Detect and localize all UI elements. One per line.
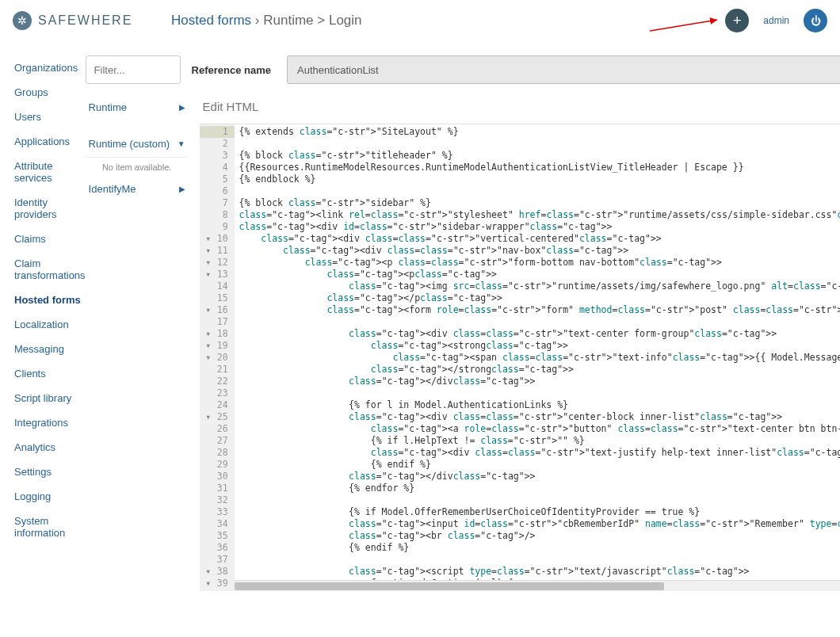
sidebar-item-script-library[interactable]: Script library (14, 386, 86, 410)
sidebar-item-analytics[interactable]: Analytics (14, 435, 86, 460)
tree-item-identifyme[interactable]: IdentifyMe▶ (86, 177, 189, 202)
gutter: 1 2 3 4 5 6 7 8 9 ▾ 10 ▾ 11 ▾ 12 ▾ 13 14… (200, 124, 235, 591)
breadcrumb-leaf: Login (329, 13, 362, 28)
form-tree: Runtime▶ Runtime (custom)▼ No item avail… (86, 95, 189, 591)
breadcrumb-mid: Runtime (263, 13, 313, 28)
power-icon: ⏻ (811, 15, 821, 27)
reference-name-field[interactable]: AuthenticationList (287, 55, 840, 84)
caret-down-icon: ▼ (178, 139, 185, 148)
plus-icon: + (733, 13, 742, 29)
sidebar-item-attribute-services[interactable]: Attribute services (14, 154, 86, 190)
sidebar-item-identity-providers[interactable]: Identity providers (14, 190, 86, 227)
horizontal-scrollbar[interactable] (235, 580, 840, 591)
sidebar-item-logging[interactable]: Logging (14, 484, 86, 509)
caret-right-icon: ▶ (179, 185, 185, 193)
sidebar-item-organizations[interactable]: Organizations (14, 55, 86, 80)
sidebar-item-system-information[interactable]: System information (14, 509, 86, 545)
filter-input[interactable] (86, 55, 181, 84)
editor-title: Edit HTML (203, 100, 840, 113)
caret-right-icon: ▶ (179, 103, 185, 112)
sidebar-item-integrations[interactable]: Integrations (14, 410, 86, 435)
brand-name: SAFEWHERE (38, 13, 132, 28)
sidebar-item-clients[interactable]: Clients (14, 361, 86, 386)
add-button[interactable]: + (725, 9, 749, 32)
sidebar-item-groups[interactable]: Groups (14, 80, 86, 105)
breadcrumb: Hosted forms › Runtime > Login (171, 13, 725, 29)
user-label[interactable]: admin (763, 15, 789, 26)
code-body[interactable]: {% extends class="c-str">"SiteLayout" %}… (235, 124, 840, 591)
tree-item-runtime[interactable]: Runtime▶ (86, 95, 189, 120)
reference-label: Reference name (192, 64, 271, 76)
snowflake-icon: ✲ (13, 11, 32, 30)
sidebar-item-claim-transformations[interactable]: Claim transformations (14, 251, 86, 288)
logo: ✲ SAFEWHERE (13, 11, 171, 30)
sidebar-item-hosted-forms[interactable]: Hosted forms (14, 288, 86, 312)
sidebar-item-messaging[interactable]: Messaging (14, 337, 86, 361)
logout-button[interactable]: ⏻ (804, 9, 827, 32)
tree-no-item: No item available. (86, 157, 189, 177)
sidebar-item-claims[interactable]: Claims (14, 227, 86, 251)
sidebar-item-localization[interactable]: Localization (14, 312, 86, 337)
code-editor[interactable]: 1 2 3 4 5 6 7 8 9 ▾ 10 ▾ 11 ▾ 12 ▾ 13 14… (200, 124, 840, 591)
sidebar-item-users[interactable]: Users (14, 105, 86, 129)
sidebar: OrganizationsGroupsUsersApplicationsAttr… (0, 41, 86, 591)
tree-item-runtime-custom[interactable]: Runtime (custom)▼ (86, 132, 189, 157)
sidebar-item-applications[interactable]: Applications (14, 129, 86, 154)
sidebar-item-settings[interactable]: Settings (14, 460, 86, 484)
breadcrumb-root[interactable]: Hosted forms (171, 13, 251, 28)
